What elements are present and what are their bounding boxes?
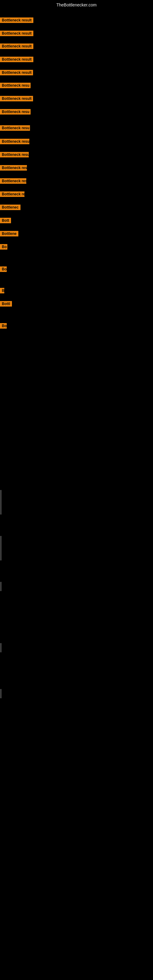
bottleneck-result-badge: Bottleneck resu bbox=[0, 152, 29, 158]
site-title: TheBottlenecker.com bbox=[56, 2, 97, 7]
bottleneck-result-badge: Bo bbox=[0, 266, 7, 272]
bottleneck-result-badge: Bottleneck result bbox=[0, 30, 33, 36]
bottleneck-result-badge: B bbox=[0, 288, 4, 293]
bottleneck-result-badge: Bottleneck result bbox=[0, 70, 33, 75]
vertical-line bbox=[1, 582, 1, 591]
bottleneck-result-badge: Bottleneck resu bbox=[0, 109, 30, 115]
bottleneck-result-badge: Bottleneck result bbox=[0, 43, 33, 49]
vertical-line bbox=[1, 536, 1, 560]
bottleneck-result-badge: Bottleneck result bbox=[0, 57, 33, 62]
bottleneck-result-badge: Bottleneck result bbox=[0, 18, 33, 23]
vertical-line bbox=[1, 490, 1, 514]
bottleneck-result-badge: Bottleneck resu bbox=[0, 125, 30, 131]
bottleneck-result-badge: Bottleneck resu bbox=[0, 83, 30, 88]
bottleneck-result-badge: Bottleneck res bbox=[0, 165, 27, 170]
bottleneck-result-badge: Bo bbox=[0, 323, 7, 329]
bottleneck-result-badge: Bottleneck re bbox=[0, 191, 24, 197]
bottleneck-result-badge: Bottlene bbox=[0, 231, 18, 236]
bottleneck-result-badge: Bottleneck resu bbox=[0, 139, 29, 144]
bottleneck-result-badge: Bott bbox=[0, 218, 11, 223]
bottleneck-result-badge: Bottlenec bbox=[0, 205, 21, 210]
bottleneck-result-badge: Bottl bbox=[0, 301, 12, 307]
bottleneck-result-badge: Bottleneck res bbox=[0, 178, 26, 184]
vertical-line bbox=[1, 643, 1, 652]
bottleneck-result-badge: Bottleneck result bbox=[0, 96, 33, 101]
vertical-line bbox=[1, 689, 1, 698]
bottleneck-result-badge: Bo bbox=[0, 244, 7, 250]
